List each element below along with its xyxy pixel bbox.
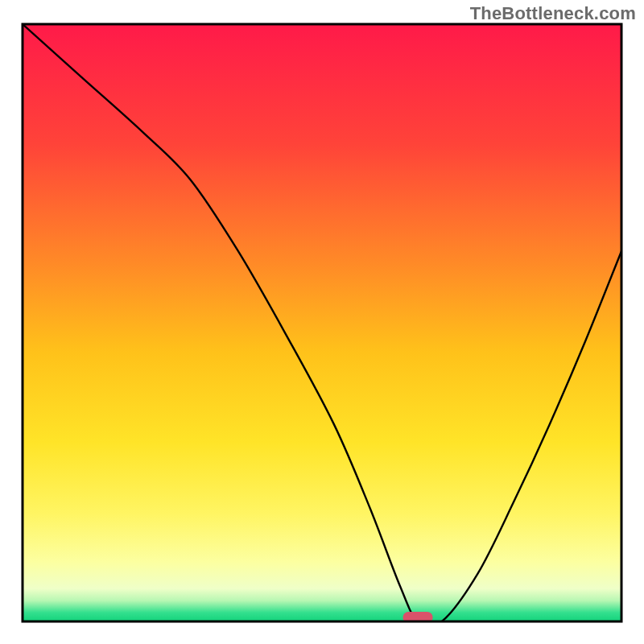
- watermark-text: TheBottleneck.com: [470, 3, 636, 24]
- bottleneck-chart: [0, 0, 644, 644]
- chart-container: TheBottleneck.com: [0, 0, 644, 644]
- gradient-background: [23, 24, 621, 621]
